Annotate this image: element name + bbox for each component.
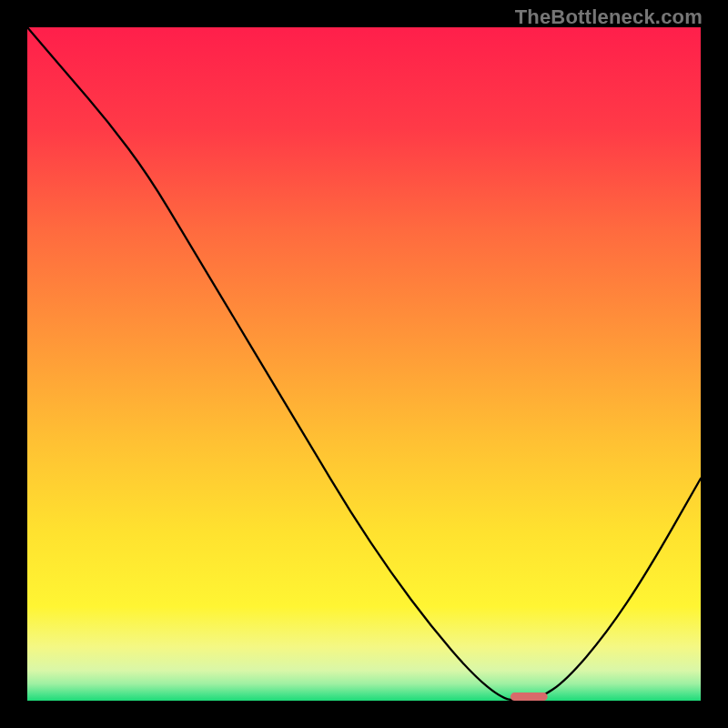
plot-area — [27, 27, 701, 701]
optimal-marker — [511, 693, 548, 701]
watermark-text: TheBottleneck.com — [515, 5, 703, 29]
chart-svg — [27, 27, 701, 701]
chart-frame: TheBottleneck.com — [0, 0, 728, 728]
gradient-background — [27, 27, 701, 701]
